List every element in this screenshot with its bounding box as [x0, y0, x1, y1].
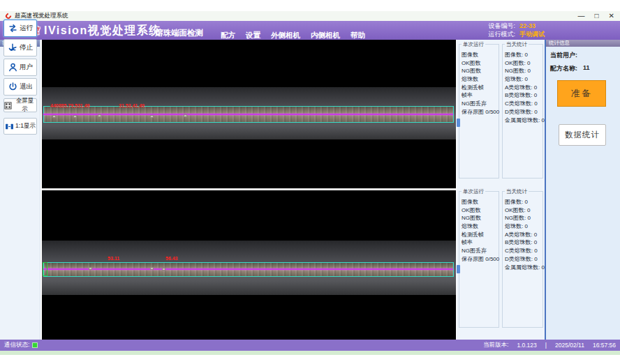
version-label: 当前版本: — [483, 341, 508, 349]
app-title: IVision视觉处理系统 — [44, 24, 161, 38]
stop-button[interactable]: 停止 — [3, 39, 37, 56]
stat-row: D类熔珠数: 0 — [505, 108, 542, 116]
camera-view-top: 440885.79,531.49 31.53,41.49 — [42, 40, 456, 188]
device-info: 设备编号: 22-33 运行模式: 手动调试 — [488, 22, 545, 38]
device-number-label: 设备编号: — [488, 22, 515, 31]
feature-blip — [150, 115, 154, 118]
stat-row: 金属屑熔珠数: 0 — [505, 264, 542, 272]
stat-row: 检测丢帧 — [462, 84, 499, 92]
one-to-one-button[interactable]: 1:1显示 — [3, 118, 37, 135]
stat-row: 熔珠数: 0 — [505, 222, 542, 231]
stat-row: NG图数: 0 — [505, 67, 542, 75]
groupbox-title: 单次运行 — [462, 41, 485, 48]
minimize-button[interactable]: — — [578, 11, 585, 21]
stat-row: OK图数: 0 — [505, 206, 542, 215]
run-mode-value: 手动调试 — [519, 31, 545, 39]
fullscreen-button[interactable]: 全屏显示 — [3, 98, 37, 112]
menu-bar: 配方 设置 外侧相机 内侧相机 帮助 — [221, 31, 365, 40]
maximize-button[interactable]: □ — [595, 11, 599, 21]
status-date: 2025/02/11 — [555, 342, 584, 349]
prepare-button[interactable]: 准备 — [557, 80, 606, 107]
status-time: 16:57:56 — [593, 342, 616, 349]
close-button[interactable]: ✕ — [609, 11, 614, 21]
feature-blip — [150, 267, 154, 270]
camera-view-bottom: 53.11 56.43 — [42, 190, 456, 340]
version-value: 1.0.123 — [517, 342, 536, 349]
app-header: 超高速 IVision视觉处理系统 熔珠端面检测 配方 设置 外侧相机 内侧相机… — [0, 21, 620, 40]
stat-row: 图像数: 0 — [505, 51, 542, 59]
comm-status-indicator — [32, 342, 38, 348]
one-to-one-icon — [5, 122, 14, 131]
stat-row: 图像数 — [462, 198, 499, 206]
user-button-label: 用户 — [20, 63, 33, 72]
feature-blip — [73, 115, 77, 118]
measurement-annotation: 56.43 — [165, 256, 178, 261]
detection-edge-line — [43, 114, 453, 115]
stop-button-label: 停止 — [20, 43, 33, 52]
stat-row: NG图数: 0 — [505, 214, 542, 222]
measurement-annotation: 31.53,41.49 — [119, 103, 145, 108]
groupbox-title: 当天统计 — [505, 188, 529, 195]
stat-row: C类熔珠数: 0 — [505, 247, 542, 255]
stat-row: NG图数 — [462, 214, 499, 222]
stat-row: B类熔珠数: 0 — [505, 91, 542, 100]
info-panel-title: 统计信息 — [546, 40, 620, 47]
run-button-label: 运行 — [20, 24, 33, 33]
feature-blip — [184, 114, 187, 117]
stat-row: 熔珠数 — [462, 222, 499, 231]
menu-outer-camera[interactable]: 外侧相机 — [271, 31, 300, 40]
exit-button[interactable]: 退出 — [3, 78, 37, 96]
app-window: 超高速视觉处理系统 — □ ✕ 超高速 IVision视觉处理系统 熔珠端面检测… — [0, 0, 620, 364]
menu-inner-camera[interactable]: 内侧相机 — [311, 31, 340, 40]
info-panel: 统计信息 当前用户: 配方名称: 11 准备 数据统计 — [546, 40, 620, 340]
daily-stats-bottom: 当天统计 图像数: 0 OK图数: 0 NG图数: 0 熔珠数: 0 A类熔珠数… — [502, 191, 543, 328]
stat-row: 保存原图 0/500 — [462, 255, 499, 264]
daily-stats-top: 当天统计 图像数: 0 OK图数: 0 NG图数: 0 熔珠数: 0 A类熔珠数… — [502, 44, 543, 179]
groupbox-title: 当天统计 — [505, 41, 529, 48]
statusbar-separator: | — [545, 342, 547, 349]
menu-recipe[interactable]: 配方 — [221, 31, 235, 40]
feature-blip — [162, 268, 165, 271]
stat-row: D类熔珠数: 0 — [505, 255, 542, 264]
window-controls: — □ ✕ — [578, 11, 614, 21]
stat-row: OK图数 — [462, 59, 499, 68]
stat-row: 图像数: 0 — [505, 198, 542, 206]
fullscreen-button-label: 全屏显示 — [13, 97, 36, 114]
groupbox-title: 单次运行 — [462, 188, 485, 195]
stat-row: 帧率 — [462, 91, 499, 100]
user-button[interactable]: 用户 — [3, 59, 37, 76]
recipe-name-label: 配方名称: — [550, 64, 577, 73]
stat-row: 熔珠数: 0 — [505, 75, 542, 84]
stat-row: OK图数 — [462, 206, 499, 215]
stat-row: 熔珠数 — [462, 75, 499, 84]
one-to-one-button-label: 1:1显示 — [15, 122, 36, 130]
data-statistics-button[interactable]: 数据统计 — [559, 124, 606, 146]
menu-help[interactable]: 帮助 — [350, 31, 365, 40]
stat-row: 金属屑熔珠数: 0 — [505, 116, 542, 125]
detection-start-mark — [43, 262, 47, 276]
splitter-grip[interactable] — [457, 119, 460, 127]
stat-row: 保存原图 0/500 — [462, 108, 499, 116]
menu-settings[interactable]: 设置 — [246, 31, 260, 40]
app-subtitle: 熔珠端面检测 — [155, 28, 203, 38]
stat-row: C类熔珠数: 0 — [505, 100, 542, 108]
fullscreen-icon — [4, 102, 12, 109]
run-button[interactable]: 运行 — [3, 20, 37, 37]
status-bar: 通信状态: 当前版本: 1.0.123 | 2025/02/11 16:57:5… — [0, 340, 620, 351]
stat-row: NG图丢弃 — [462, 100, 499, 108]
stat-row: B类熔珠数: 0 — [505, 238, 542, 247]
stat-row: OK图数: 0 — [505, 59, 542, 68]
splitter-grip[interactable] — [457, 265, 460, 273]
device-number-value: 22-33 — [519, 22, 536, 31]
feature-blip — [89, 267, 92, 270]
stop-hand-icon — [8, 43, 18, 53]
stat-row: NG图数 — [462, 67, 499, 75]
single-run-stats-bottom: 单次运行 图像数 OK图数 NG图数 熔珠数 检测丢帧 帧率 NG图丢弃 保存原… — [459, 191, 499, 328]
single-run-stats-top: 单次运行 图像数 OK图数 NG图数 熔珠数 检测丢帧 帧率 NG图丢弃 保存原… — [459, 44, 499, 179]
recipe-name-value: 11 — [583, 64, 590, 73]
run-icon — [8, 23, 18, 33]
current-user-label: 当前用户: — [550, 51, 577, 60]
stat-row: 帧率 — [462, 238, 499, 247]
stat-row: 检测丢帧 — [462, 231, 499, 239]
measurement-annotation: 440885.79,531.49 — [50, 103, 89, 108]
